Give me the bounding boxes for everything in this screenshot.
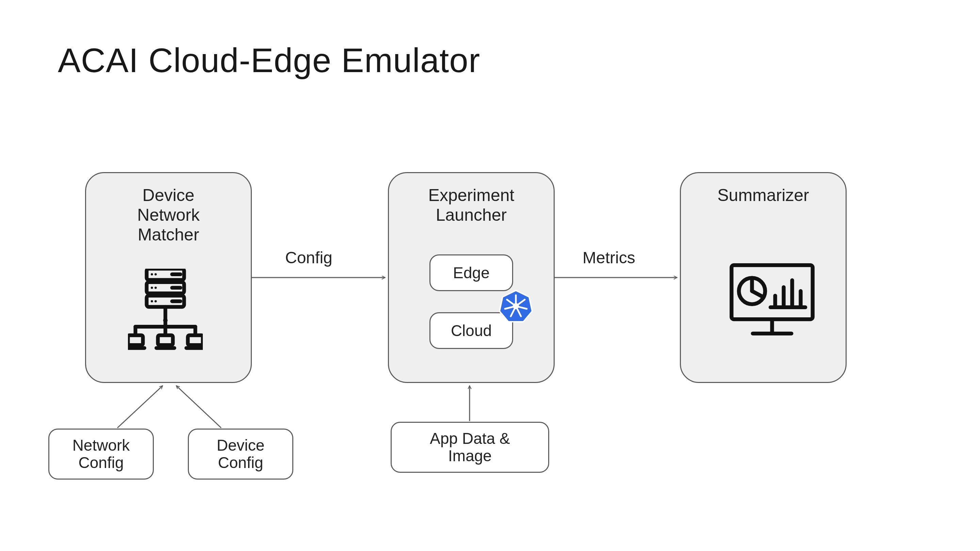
input-device-config-line1: Device: [217, 437, 265, 454]
input-app-data-image: App Data & Image: [391, 422, 549, 473]
slide-canvas: ACAI Cloud-Edge Emulator Device Network …: [0, 0, 980, 551]
server-network-icon: [128, 269, 203, 356]
svg-point-8: [151, 273, 153, 275]
arrow-label-config: Config: [285, 248, 332, 267]
box-device-line1: Device: [86, 185, 251, 205]
input-device-config-line2: Config: [217, 454, 265, 472]
subbox-edge: Edge: [430, 254, 513, 291]
page-title: ACAI Cloud-Edge Emulator: [58, 41, 480, 80]
svg-line-44: [752, 291, 764, 297]
svg-point-14: [151, 300, 153, 302]
arrow-label-metrics: Metrics: [582, 248, 635, 267]
input-network-config-line1: Network: [73, 437, 130, 454]
input-app-line2: Image: [430, 447, 510, 465]
svg-line-2: [118, 386, 163, 428]
box-exp-line1: Experiment: [389, 185, 554, 205]
subbox-edge-label: Edge: [453, 264, 489, 282]
box-device-line3: Matcher: [86, 225, 251, 245]
monitor-chart-icon: [730, 263, 815, 342]
input-device-config: Device Config: [188, 429, 293, 480]
box-exp-line2: Launcher: [389, 205, 554, 225]
svg-rect-26: [158, 335, 173, 345]
input-network-config-line2: Config: [73, 454, 130, 472]
subbox-cloud-label: Cloud: [451, 321, 492, 340]
kubernetes-icon: [499, 289, 533, 324]
svg-point-12: [154, 287, 157, 289]
svg-point-11: [151, 287, 153, 289]
svg-rect-24: [128, 335, 143, 345]
svg-line-3: [176, 386, 221, 428]
svg-rect-28: [188, 335, 203, 345]
input-app-line1: App Data &: [430, 430, 510, 447]
svg-point-15: [154, 300, 157, 302]
box-sum-line1: Summarizer: [681, 185, 846, 205]
box-device-line2: Network: [86, 205, 251, 225]
svg-point-9: [154, 273, 157, 275]
input-network-config: Network Config: [48, 429, 154, 480]
